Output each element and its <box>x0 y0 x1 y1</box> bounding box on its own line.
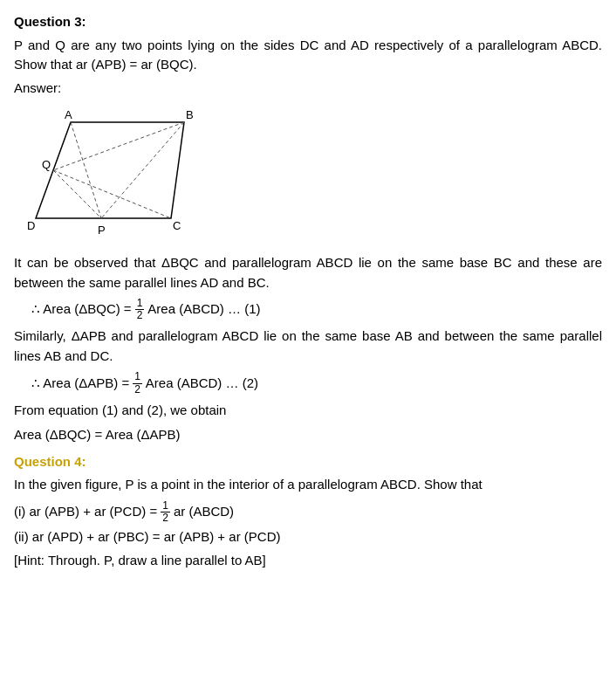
svg-text:C: C <box>173 219 181 232</box>
frac2-denominator: 2 <box>133 384 142 396</box>
q4-part1-formula: (i) ar (APB) + ar (PCD) = 1 2 ar (ABCD) <box>14 500 602 524</box>
diagram: A B C D Q P <box>23 105 197 244</box>
svg-line-2 <box>101 122 184 218</box>
question4-title: Question 4: <box>14 452 602 472</box>
explanation2: Similarly, ΔAPB and parallelogram ABCD l… <box>14 327 602 366</box>
formula2-prefix: ∴ Area (ΔAPB) = <box>31 374 129 394</box>
fraction2: 1 2 <box>133 371 142 395</box>
svg-text:B: B <box>186 108 194 121</box>
formula1: ∴ Area (ΔBQC) = 1 2 Area (ABCD) … (1) <box>31 298 602 321</box>
frac3-numerator: 1 <box>161 500 170 512</box>
svg-line-5 <box>53 170 171 218</box>
formula1-suffix: Area (ABCD) … (1) <box>147 299 260 320</box>
svg-text:P: P <box>98 224 106 237</box>
fraction3: 1 2 <box>161 500 170 524</box>
q4-part2: (ii) ar (APD) + ar (PBC) = ar (APB) + ar… <box>14 527 602 547</box>
question3-title: Question 3: <box>14 12 602 32</box>
conclusion: Area (ΔBQC) = Area (ΔAPB) <box>14 425 602 445</box>
formula1-prefix: ∴ Area (ΔBQC) = <box>31 299 132 320</box>
svg-marker-0 <box>36 122 184 218</box>
question3-text: P and Q are any two points lying on the … <box>14 36 602 75</box>
question4-text: In the given figure, P is a point in the… <box>14 475 602 495</box>
frac2-numerator: 1 <box>133 371 142 383</box>
svg-text:Q: Q <box>42 158 51 171</box>
frac1-denominator: 2 <box>135 310 145 321</box>
answer-label: Answer: <box>14 79 602 99</box>
formula2-suffix: Area (ABCD) … (2) <box>146 374 258 394</box>
frac1-numerator: 1 <box>135 298 145 310</box>
formula2: ∴ Area (ΔAPB) = 1 2 Area (ABCD) … (2) <box>31 371 602 395</box>
explanation3: From equation (1) and (2), we obtain <box>14 401 602 421</box>
q4-part1-prefix: (i) ar (APB) + ar (PCD) = <box>14 502 157 522</box>
explanation1: It can be observed that ΔBQC and paralle… <box>14 253 602 292</box>
hint-text: [Hint: Through. P, draw a line parallel … <box>14 551 602 571</box>
svg-text:D: D <box>27 219 35 232</box>
q4-part1-suffix: ar (ABCD) <box>174 502 234 522</box>
svg-line-3 <box>71 122 101 218</box>
fraction1: 1 2 <box>135 298 145 321</box>
svg-text:A: A <box>65 108 72 121</box>
frac3-denominator: 2 <box>161 512 170 524</box>
